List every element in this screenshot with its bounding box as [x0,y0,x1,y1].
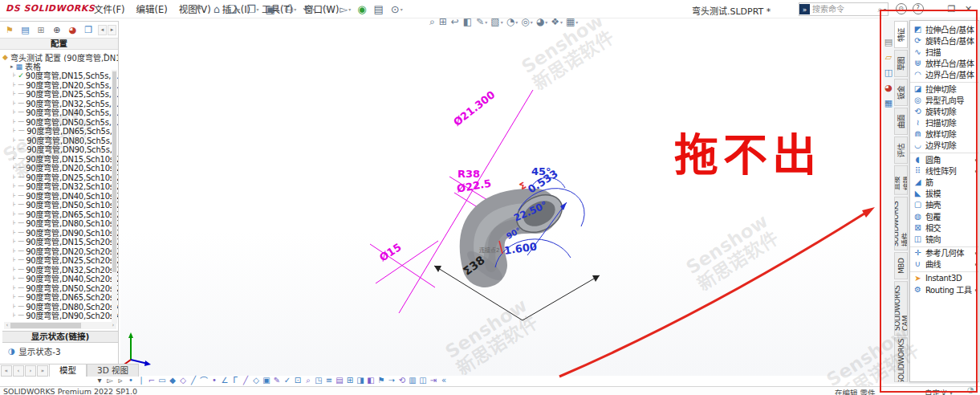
tree-root-item[interactable]: ◆ 弯头测试 配置 (90度弯管,DN15, [2,52,118,62]
sketch-tool-icon[interactable]: « [439,376,449,385]
rib[interactable]: ◢ 筋 [910,176,978,187]
configuration-row[interactable]: ⊦ — 90度弯管,DN65,Sch10s,2 [13,210,118,219]
lofted-cut[interactable]: ⋒ 放样切除 [910,128,978,140]
horizontal-scrollbar[interactable]: ‹ › [4,322,116,329]
tab-scroll-icon[interactable]: « [1,365,12,377]
sketch-tool-icon[interactable]: Γ [230,376,240,385]
command-manager-tab[interactable]: 曲面 [894,108,908,135]
display-state-item[interactable]: ◑ 显示状态-3 [2,343,118,357]
sketch-tool-icon[interactable]: ╱ [241,376,250,385]
draft[interactable]: ◣ 拔模 [910,188,978,199]
lofted-boss[interactable]: ⋓ 放样凸台/基体 [910,58,978,69]
hole-wizard[interactable]: ◎ 异型孔向导 [910,94,978,105]
intersect[interactable]: ⊠ 相交 [910,222,978,233]
configuration-row[interactable]: ⊦ — 90度弯管,DN40,Sch20s,2 [13,274,118,283]
collapse-chevron-icon[interactable]: ^ [102,52,108,60]
instant3d[interactable]: ➤ Instant3D [910,271,978,283]
pin-icon[interactable]: ✱ [195,3,201,12]
configuration-row[interactable]: ⊦ — 90度弯管,DN65,Sch20s,2 [13,292,118,302]
sketch-tool-icon[interactable]: ∣ [136,376,146,385]
sketch-tool-icon[interactable]: ▾ [95,376,104,385]
configuration-row[interactable]: ⊦ — 90度弯管,DN90,Sch20s,4 [13,311,118,320]
sketch-tool-icon[interactable]: ◫ [418,376,428,385]
configuration-row[interactable]: ⊦ — 90度弯管,DN20,Sch20s,2 [13,246,118,256]
configuration-row[interactable]: ⊦ — 90度弯管,DN15,Sch20s,2 [13,237,118,246]
customize-control[interactable]: 自定义▾ [925,387,953,395]
sketch-tool-icon[interactable]: ⌐ [147,376,157,385]
sketch-tool-icon[interactable]: ➝ [387,376,396,385]
sketch-tool-icon[interactable]: ◳ [314,376,323,385]
curves[interactable]: ∪ 曲线 ▸ [910,259,978,270]
sketch-tool-icon[interactable]: ▹ [116,376,125,385]
sketch-tool-icon[interactable]: ⊞ [345,376,355,385]
cam-tab-icon[interactable]: ❒ [82,24,95,35]
sketch-tool-icon[interactable]: ⌒ [199,374,209,386]
tree-table-item[interactable]: ▸ ▦ 表格 [10,62,118,71]
sketch-tool-icon[interactable]: ▭ [157,376,167,385]
sketch-tool-icon[interactable]: ✓ [283,376,292,385]
collapse-chevron-icon[interactable]: ^ [884,101,890,108]
configurationmanager-tab-icon[interactable]: ⊞ [35,24,47,35]
configuration-row[interactable]: ⊦ — 90度弯管,DN90,Sch10s,2 [13,228,118,238]
configuration-row[interactable]: ⊦ — 90度弯管,DN20,Sch10s,2 [13,163,118,173]
scroll-left-icon[interactable]: ‹ [4,322,10,328]
boss-extrude[interactable]: ◩ 拉伸凸台/基体 [910,23,978,35]
boundary-cut[interactable]: ◡ 边界切除 [910,140,978,151]
configuration-row[interactable]: ⊦ — 90度弯管,DN25,Sch20s,2 [13,255,118,265]
panel-icon-folder[interactable]: ▱ [885,52,892,63]
redo-icon[interactable]: ↷▾ [318,3,336,15]
material-icon[interactable]: ▤ [371,3,388,15]
command-manager-tab[interactable]: SOLIDWORKS CAM [894,281,908,336]
configuration-row[interactable]: ⊦ — 90度弯管,DN15,Sch10s,2 [13,154,118,164]
sweep[interactable]: ∿ 扫描 [910,46,978,57]
menu-item[interactable]: 编辑(E) [131,2,173,15]
displaymanager-tab-icon[interactable]: ◕ [67,24,79,35]
options-icon[interactable]: ⊙▾ [388,3,406,15]
sketch-tool-icon[interactable]: ╱ [189,376,198,385]
help-icon[interactable]: ? [909,0,926,18]
wrap[interactable]: ◍ 包覆 [910,210,978,222]
undo-icon[interactable]: ↶▾ [299,3,318,15]
command-manager-tab[interactable]: 钣金 [894,79,908,106]
new-document-icon[interactable]: ❏▾ [224,3,243,15]
home-icon[interactable]: ⌂ [210,3,224,15]
featuremanager-tab-icon[interactable]: ⚑ [3,24,16,35]
user-account-icon[interactable]: ⊙ [893,0,909,18]
configuration-row[interactable]: ⊦ — 90度弯管,DN50,Sch5s,1. [13,117,118,127]
close-button[interactable]: ✕ [960,0,977,18]
command-manager-tab[interactable]: SOLIDWORKS 插件 [894,197,908,250]
rebuild-icon[interactable]: ◉ [354,3,370,15]
sketch-tool-icon[interactable]: ◨ [356,376,365,385]
dimxpertmanager-tab-icon[interactable]: ⊕ [51,24,63,35]
save-icon[interactable]: ▣▾ [262,3,282,15]
configuration-row[interactable]: ⊦ — 90度弯管,DN40,Sch5s,1. [13,108,118,117]
sketch-tool-icon[interactable]: ▤ [335,376,344,385]
revolved-cut[interactable]: ⟲ 旋转切除 [910,105,978,116]
tab-nav-left-icon[interactable]: ◂ [98,25,107,35]
search-input[interactable] [810,4,877,14]
sketch-tool-icon[interactable]: ✎ [272,376,282,385]
sketch-tool-icon[interactable]: ⊡ [293,376,303,385]
sketch-tool-icon[interactable]: ∠ [220,376,230,385]
open-icon[interactable]: ❐▾ [243,3,262,15]
configuration-row[interactable]: ⊦ — 90度弯管,DN65,Sch5s,2 [13,126,118,136]
model-tab[interactable]: 模型 [49,364,87,377]
extruded-cut[interactable]: ◪ 拉伸切除 [910,82,978,94]
sketch-tool-icon[interactable]: ⇥ [429,376,438,385]
sketch-tool-icon[interactable]: • [126,376,136,385]
boundary-boss[interactable]: ◠ 边界凸台/基体 [910,69,978,80]
print-icon[interactable]: ⎙▾ [282,2,299,15]
configuration-row[interactable]: ⊦ — 90度弯管,DN25,Sch10s,2 [13,173,118,182]
command-manager-tab[interactable]: MBD [894,252,908,279]
tab-scroll-icon[interactable]: » [37,365,48,377]
status-globe-icon[interactable]: ◔ [967,385,974,394]
configuration-row[interactable]: ⊦ — 90度弯管,DN50,Sch10s,2 [13,200,118,210]
fillet[interactable]: ◖ 圆角 ▸ [910,153,978,165]
sketch-tool-icon[interactable]: ⌕ [303,376,313,385]
tab-scroll-icon[interactable]: › [25,365,36,377]
command-search[interactable]: » ⌕ ▾ [799,2,889,16]
configuration-row[interactable]: ⊦ — 90度弯管,DN25,Sch5s,1. [13,89,118,99]
configuration-row[interactable]: ⊦ — 90度弯管,DN40,Sch10s,2 [13,191,118,201]
sketch-tool-icon[interactable]: ◧ [366,376,376,385]
command-manager-tab[interactable]: 直接编辑 [894,165,908,195]
